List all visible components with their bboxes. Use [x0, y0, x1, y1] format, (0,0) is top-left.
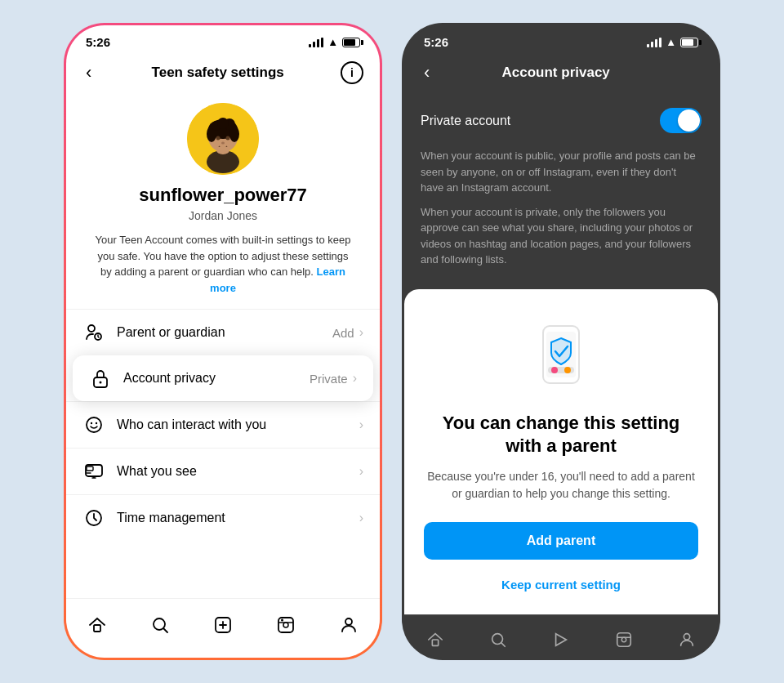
svg-point-11 — [221, 142, 225, 145]
svg-line-26 — [164, 629, 168, 633]
info-button-left[interactable]: i — [341, 61, 363, 84]
status-icons-right: ▲ — [647, 36, 698, 48]
svg-point-13 — [88, 325, 95, 332]
svg-point-33 — [281, 619, 283, 622]
interact-label: Who can interact with you — [117, 417, 359, 432]
reels-nav[interactable] — [270, 609, 302, 641]
search-nav-r[interactable] — [482, 623, 514, 656]
private-description: When your account is private, only the f… — [421, 204, 702, 268]
time-management-chevron: › — [359, 511, 363, 525]
toggle-knob — [678, 109, 700, 132]
what-you-see-chevron: › — [359, 464, 363, 479]
reels-nav-r[interactable] — [545, 623, 577, 656]
svg-point-18 — [91, 422, 92, 424]
real-name: Jordan Jones — [189, 209, 257, 222]
guardian-setting-item[interactable]: Parent or guardian Add › — [66, 309, 380, 355]
svg-rect-40 — [433, 640, 439, 645]
status-bar-right: 5:26 ▲ — [404, 25, 718, 52]
profile-description: Your Teen Account comes with built-in se… — [82, 232, 363, 296]
private-account-toggle[interactable] — [660, 108, 702, 133]
time-management-item[interactable]: Time management › — [66, 494, 380, 541]
wifi-icon: ▲ — [327, 36, 338, 48]
account-privacy-value: Private — [310, 372, 348, 386]
svg-rect-44 — [617, 632, 631, 646]
guardian-label: Parent or guardian — [117, 325, 332, 340]
signal-icon-right — [647, 38, 662, 47]
status-bar-left: 5:26 ▲ — [66, 25, 380, 52]
account-privacy-label: Account privacy — [123, 371, 310, 386]
left-phone: 5:26 ▲ ‹ Teen safety settings i — [64, 23, 382, 660]
svg-point-31 — [283, 623, 288, 627]
svg-point-38 — [551, 367, 558, 373]
svg-marker-43 — [556, 633, 567, 645]
create-nav[interactable] — [207, 609, 239, 641]
keep-setting-button[interactable]: Keep current setting — [495, 571, 627, 598]
home-nav-r[interactable] — [419, 623, 452, 656]
header-title-right: Account privacy — [502, 65, 610, 81]
svg-point-8 — [217, 118, 229, 129]
guardian-value: Add — [332, 326, 354, 340]
right-content-area: Private account When your account is pub… — [404, 96, 718, 614]
account-privacy-item[interactable]: Account privacy Private › — [73, 355, 373, 401]
svg-rect-24 — [94, 625, 100, 632]
svg-point-12 — [216, 146, 229, 154]
time-icon — [82, 507, 105, 529]
svg-point-17 — [87, 417, 101, 432]
public-description: When your account is public, your profil… — [421, 148, 702, 196]
header-title-left: Teen safety settings — [152, 65, 284, 81]
battery-icon — [342, 38, 360, 47]
time-left: 5:26 — [86, 35, 110, 49]
profile-nav-r[interactable] — [670, 623, 703, 656]
shop-nav-r[interactable] — [608, 623, 640, 656]
profile-section: sunflower_power77 Jordan Jones Your Teen… — [66, 96, 380, 309]
guardian-chevron: › — [359, 325, 363, 340]
svg-point-10 — [226, 136, 230, 141]
left-header: ‹ Teen safety settings i — [66, 52, 380, 96]
svg-point-34 — [345, 618, 352, 625]
home-nav[interactable] — [81, 609, 114, 641]
privacy-toggle-row: Private account — [404, 96, 718, 145]
avatar — [187, 103, 259, 175]
account-privacy-chevron: › — [353, 371, 357, 386]
what-you-see-label: What you see — [117, 464, 359, 479]
parent-modal-card: You can change this setting with a paren… — [404, 289, 718, 614]
interact-chevron: › — [359, 417, 363, 432]
svg-rect-30 — [278, 618, 293, 632]
modal-description: Because you're under 16, you'll need to … — [424, 468, 698, 502]
time-management-label: Time management — [117, 511, 359, 525]
username: sunflower_power77 — [139, 185, 306, 206]
bottom-nav-left — [66, 598, 380, 658]
add-parent-button[interactable]: Add parent — [424, 522, 698, 560]
search-nav[interactable] — [144, 609, 176, 641]
svg-point-9 — [216, 136, 220, 141]
avatar-image — [187, 103, 259, 175]
signal-icon — [309, 38, 323, 47]
settings-list: Parent or guardian Add › Account privacy… — [66, 309, 380, 598]
svg-line-42 — [501, 643, 505, 646]
toggle-label: Private account — [421, 114, 510, 128]
svg-point-47 — [684, 633, 689, 639]
see-icon — [82, 460, 105, 483]
privacy-description: When your account is public, your profil… — [404, 145, 718, 289]
svg-rect-21 — [87, 466, 93, 471]
wifi-icon-right: ▲ — [666, 36, 676, 48]
svg-point-39 — [564, 367, 571, 373]
back-button-right[interactable]: ‹ — [421, 59, 433, 87]
battery-icon-right — [680, 38, 698, 47]
bottom-nav-right — [404, 614, 718, 660]
right-phone: 5:26 ▲ ‹ Account privacy — [402, 23, 720, 660]
time-right: 5:26 — [424, 35, 448, 49]
interact-setting-item[interactable]: Who can interact with you › — [66, 401, 380, 448]
modal-illustration — [520, 314, 602, 395]
status-icons-left: ▲ — [309, 36, 360, 48]
profile-nav[interactable] — [332, 609, 365, 641]
svg-point-19 — [96, 422, 97, 424]
svg-point-16 — [100, 382, 102, 384]
back-button-left[interactable]: ‹ — [82, 59, 95, 87]
interact-icon — [82, 413, 105, 436]
svg-point-45 — [621, 637, 626, 642]
lock-icon — [89, 367, 112, 390]
right-header: ‹ Account privacy — [404, 52, 718, 96]
what-you-see-item[interactable]: What you see › — [66, 448, 380, 494]
guardian-icon — [82, 321, 105, 344]
